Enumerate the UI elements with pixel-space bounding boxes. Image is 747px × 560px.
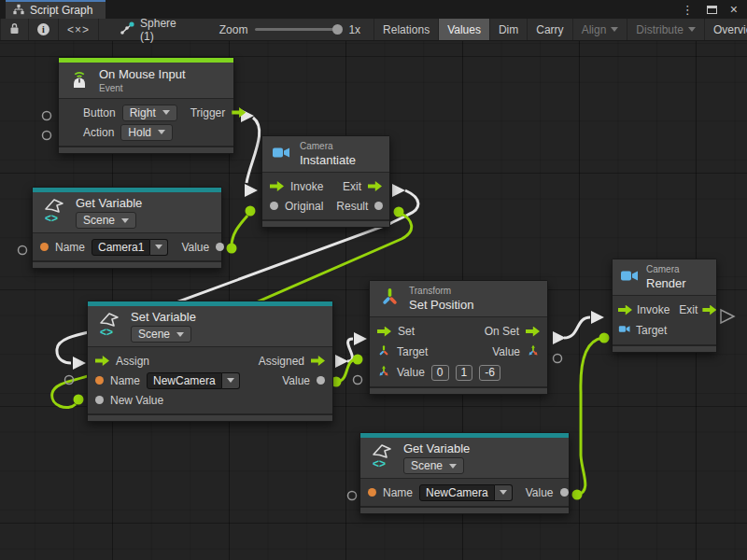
chevron-down-icon xyxy=(611,27,618,32)
result-port-label: Result xyxy=(336,200,368,213)
node-footer xyxy=(360,506,569,513)
graph-icon xyxy=(13,4,24,18)
name-port-dot xyxy=(368,488,376,497)
variable-kind-dropdown[interactable]: Scene xyxy=(76,212,136,229)
value-port-label: Value xyxy=(282,374,310,387)
variable-name-field[interactable]: NewCamera xyxy=(147,372,240,389)
button-port-label: Button xyxy=(83,106,116,119)
tab-bar: Script Graph ⋮ × xyxy=(0,0,747,19)
chevron-down-icon xyxy=(155,245,162,249)
flow-arrow-icon xyxy=(377,327,391,337)
variable-icon: <> xyxy=(42,197,67,228)
graph-name: Sphere (1) xyxy=(140,17,176,43)
flow-arrow-icon xyxy=(368,181,382,191)
name-port-dot xyxy=(40,243,49,251)
chevron-down-icon xyxy=(162,110,170,115)
relations-button[interactable]: Relations xyxy=(374,19,438,40)
name-port-label: Name xyxy=(383,486,413,499)
node-camera-instantiate[interactable]: Camera Instantiate Invoke Exit Original … xyxy=(261,135,390,228)
onset-port-label: On Set xyxy=(485,325,519,338)
node-transform-set-position[interactable]: Transform Set Position Set On Set xyxy=(369,280,548,395)
transform-mini-icon xyxy=(377,344,390,360)
node-footer xyxy=(33,260,221,268)
node-camera-render[interactable]: Camera Render Invoke Exit Target xyxy=(612,259,717,353)
svg-text:<>: <> xyxy=(45,212,58,225)
zoom-label: Zoom xyxy=(219,23,248,36)
camera-mini-icon xyxy=(618,324,631,337)
flow-arrow-icon xyxy=(702,305,716,315)
code-preview-button[interactable]: <×> xyxy=(59,19,99,40)
action-port-label: Action xyxy=(83,126,114,139)
close-icon[interactable]: × xyxy=(730,3,738,16)
vector3-icon xyxy=(377,365,390,381)
graph-breadcrumb[interactable]: Sphere (1) xyxy=(120,17,176,43)
trigger-port-label: Trigger xyxy=(190,106,226,119)
name-port-label: Name xyxy=(110,374,140,387)
maximize-icon[interactable] xyxy=(707,6,717,14)
name-port-label: Name xyxy=(55,241,85,254)
value-port-dot xyxy=(560,488,569,497)
value-port-dot xyxy=(317,376,325,385)
original-port-label: Original xyxy=(285,200,323,213)
node-on-mouse-input[interactable]: On Mouse Input Event Button Right Trigge… xyxy=(58,57,234,154)
tab-script-graph[interactable]: Script Graph xyxy=(6,0,106,19)
camera-icon xyxy=(620,268,640,287)
new-value-port-dot xyxy=(95,396,104,404)
lock-button[interactable] xyxy=(0,19,29,40)
variable-name-field[interactable]: Camera1 xyxy=(92,239,168,256)
carry-button[interactable]: Carry xyxy=(527,19,571,40)
variable-name-field[interactable]: NewCamera xyxy=(419,484,513,501)
variable-icon: <> xyxy=(370,442,395,473)
node-footer xyxy=(59,146,233,153)
variable-kind-dropdown[interactable]: Scene xyxy=(131,326,191,343)
more-menu-icon[interactable]: ⋮ xyxy=(682,4,694,16)
vector-y-field[interactable]: 1 xyxy=(456,365,473,381)
node-footer xyxy=(262,219,389,227)
vector-x-field[interactable]: 0 xyxy=(431,365,449,381)
zoom-slider-handle[interactable] xyxy=(332,24,343,35)
values-button[interactable]: Values xyxy=(438,19,489,40)
dim-button[interactable]: Dim xyxy=(489,19,527,40)
vector3-icon xyxy=(527,344,540,360)
chevron-down-icon xyxy=(121,218,129,223)
overview-button[interactable]: Overview xyxy=(704,19,747,40)
set-port-label: Set xyxy=(398,325,415,338)
node-get-variable-camera1[interactable]: <> Get Variable Scene Name Camera1 Value xyxy=(32,187,222,269)
node-category: Camera xyxy=(300,141,356,151)
chevron-down-icon xyxy=(449,464,457,469)
node-footer xyxy=(613,344,716,352)
invoke-port-label: Invoke xyxy=(290,180,323,193)
node-title: Render xyxy=(646,276,686,290)
graph-toolbar: i <×> Sphere (1) Zoom 1x Relations Value… xyxy=(0,19,747,41)
node-title: Get Variable xyxy=(76,196,142,210)
variable-kind-dropdown[interactable]: Scene xyxy=(403,457,464,474)
mouse-action-dropdown[interactable]: Hold xyxy=(120,124,173,141)
info-button[interactable]: i xyxy=(29,19,59,40)
distribute-button[interactable]: Distribute xyxy=(627,19,704,40)
vector-z-field[interactable]: -6 xyxy=(479,365,500,381)
lock-icon xyxy=(9,22,20,37)
target-port-label: Target xyxy=(636,324,667,337)
mouse-button-dropdown[interactable]: Right xyxy=(122,105,177,121)
zoom-slider[interactable] xyxy=(255,28,341,31)
assigned-port-label: Assigned xyxy=(259,355,304,368)
value-out-port-label: Value xyxy=(492,345,520,358)
target-port-label: Target xyxy=(397,345,428,358)
node-footer xyxy=(370,386,547,394)
zoom-value: 1x xyxy=(348,23,360,36)
variable-picker-button[interactable] xyxy=(495,484,513,501)
node-title: Set Variable xyxy=(131,310,196,324)
value-port-dot xyxy=(270,202,278,210)
node-title: Instantiate xyxy=(300,153,356,167)
graph-node-icon xyxy=(120,21,134,37)
variable-icon: <> xyxy=(97,311,122,342)
camera-icon xyxy=(272,145,291,163)
align-button[interactable]: Align xyxy=(572,19,627,40)
svg-text:<>: <> xyxy=(100,326,113,339)
variable-picker-button[interactable] xyxy=(150,239,168,256)
node-set-variable[interactable]: <> Set Variable Scene Assign Assigned Na… xyxy=(87,301,333,422)
flow-arrow-icon xyxy=(311,356,325,366)
name-port-dot xyxy=(95,376,104,385)
node-get-variable-newcamera[interactable]: <> Get Variable Scene Name NewCamera Val… xyxy=(359,432,570,514)
variable-picker-button[interactable] xyxy=(222,372,240,389)
